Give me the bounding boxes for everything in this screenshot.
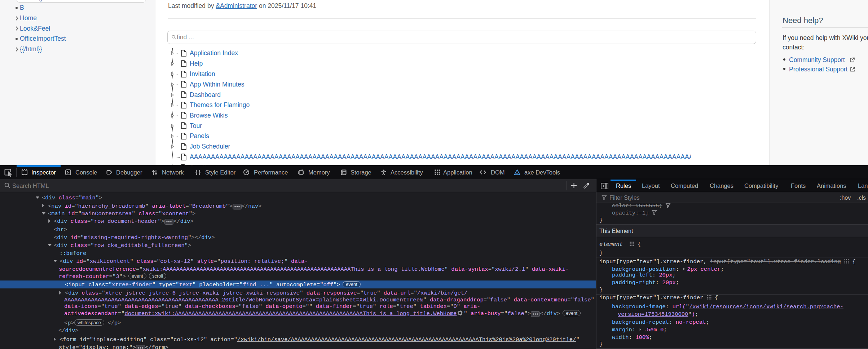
svg-text:ax: ax: [516, 172, 519, 174]
